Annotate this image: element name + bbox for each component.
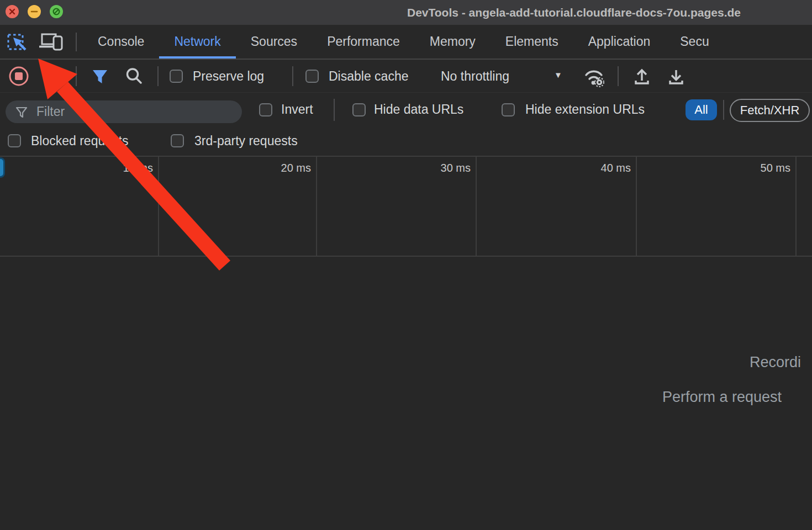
tab-application[interactable]: Application — [573, 25, 666, 59]
empty-state-hint-text: Perform a request — [662, 389, 782, 406]
checkbox-box — [259, 103, 272, 116]
preserve-log-checkbox[interactable]: Preserve log — [170, 60, 264, 93]
toolbar-separator — [618, 66, 619, 86]
timeline-divider — [158, 157, 159, 256]
clear-icon — [43, 66, 64, 87]
empty-state-recording-text: Recordi — [750, 354, 801, 371]
timeline-tick-label: 10 ms — [76, 162, 153, 174]
record-stop-icon — [8, 66, 29, 87]
toolbar-separator — [157, 66, 159, 86]
stop-recording-button[interactable] — [8, 66, 29, 87]
timeline-tick-label: 50 ms — [713, 162, 790, 174]
preserve-log-label: Preserve log — [193, 69, 264, 84]
network-conditions-button[interactable] — [582, 65, 606, 87]
timeline-divider — [636, 157, 637, 256]
third-party-requests-checkbox[interactable]: 3rd-party requests — [171, 126, 298, 156]
disable-cache-label: Disable cache — [329, 69, 408, 84]
clipped-overview-handle — [0, 157, 5, 178]
filter-input[interactable]: Filter — [6, 100, 242, 123]
tab-security[interactable]: Secu — [665, 25, 724, 59]
minimize-icon — [28, 5, 41, 18]
device-toolbar-icon — [39, 31, 64, 52]
tab-elements[interactable]: Elements — [491, 25, 573, 59]
checkbox-box — [502, 103, 515, 116]
devtools-tabs: Console Network Sources Performance Memo… — [83, 25, 724, 59]
checkbox-box — [305, 70, 319, 83]
throttling-select[interactable]: No throttling — [441, 60, 509, 93]
network-conditions-icon — [582, 65, 606, 87]
tab-memory[interactable]: Memory — [415, 25, 491, 59]
timeline-tick-label: 20 ms — [234, 162, 311, 174]
funnel-icon — [89, 66, 110, 87]
hide-extension-urls-checkbox[interactable]: Hide extension URLs — [502, 93, 645, 126]
filter-toggle-button[interactable] — [89, 66, 110, 87]
third-party-requests-label: 3rd-party requests — [194, 134, 298, 149]
devtools-tabbar: Console Network Sources Performance Memo… — [0, 25, 812, 60]
tab-network[interactable]: Network — [159, 25, 235, 59]
invert-checkbox[interactable]: Invert — [259, 93, 313, 126]
toolbar-separator — [76, 66, 77, 86]
tabbar-separator — [76, 33, 77, 51]
close-icon — [6, 5, 19, 18]
toggle-device-toolbar-button[interactable] — [39, 31, 64, 52]
blocked-requests-checkbox[interactable]: Blocked requests — [8, 126, 128, 156]
filter-fetch-xhr-button[interactable]: Fetch/XHR — [730, 99, 810, 122]
export-har-button[interactable] — [666, 66, 687, 87]
filter-all-button[interactable]: All — [686, 99, 717, 120]
blocked-requests-label: Blocked requests — [31, 134, 128, 149]
filter-funnel-icon — [14, 105, 29, 119]
import-har-button[interactable] — [631, 66, 652, 87]
network-filter-row: Filter Invert Hide data URLs Hide extens… — [0, 93, 812, 126]
download-icon — [666, 66, 687, 87]
network-overview-timeline: 10 ms 20 ms 30 ms 40 ms 50 ms — [0, 157, 812, 257]
upload-icon — [631, 66, 652, 87]
inspect-cursor-icon — [7, 31, 28, 52]
throttling-caret-icon[interactable]: ▼ — [554, 70, 562, 80]
tab-console[interactable]: Console — [83, 25, 159, 59]
disable-cache-checkbox[interactable]: Disable cache — [305, 60, 408, 93]
minimize-window-button[interactable] — [28, 5, 41, 18]
checkbox-box — [170, 70, 183, 83]
throttling-value: No throttling — [441, 69, 509, 84]
timeline-divider — [316, 157, 317, 256]
checkbox-box — [8, 134, 21, 147]
timeline-tick-label: 40 ms — [553, 162, 631, 174]
search-icon — [124, 66, 145, 87]
search-button[interactable] — [124, 66, 145, 87]
network-filter-row-2: Blocked requests 3rd-party requests — [0, 126, 812, 157]
window-title: DevTools - angela-add-tutorial.cloudflar… — [407, 0, 741, 25]
inspect-element-button[interactable] — [7, 31, 28, 52]
timeline-tick-label: 30 ms — [393, 162, 471, 174]
toolbar-separator — [292, 66, 293, 86]
timeline-divider — [795, 157, 797, 256]
close-window-button[interactable] — [6, 5, 19, 18]
tab-performance[interactable]: Performance — [312, 25, 415, 59]
hide-data-urls-label: Hide data URLs — [374, 102, 463, 117]
invert-label: Invert — [281, 102, 313, 117]
hide-extension-urls-label: Hide extension URLs — [525, 102, 645, 117]
tab-sources[interactable]: Sources — [236, 25, 312, 59]
window-titlebar: DevTools - angela-add-tutorial.cloudflar… — [0, 0, 812, 25]
filter-placeholder: Filter — [36, 104, 65, 119]
zoom-disabled-icon — [50, 5, 63, 18]
timeline-divider — [476, 157, 477, 256]
checkbox-box — [352, 103, 366, 116]
filter-separator — [723, 100, 724, 120]
network-toolbar: Preserve log Disable cache No throttling… — [0, 60, 812, 93]
clear-network-log-button[interactable] — [43, 66, 64, 87]
hide-data-urls-checkbox[interactable]: Hide data URLs — [352, 93, 463, 126]
filter-separator — [334, 99, 335, 121]
checkbox-box — [171, 134, 184, 147]
zoom-window-button[interactable] — [50, 5, 63, 18]
